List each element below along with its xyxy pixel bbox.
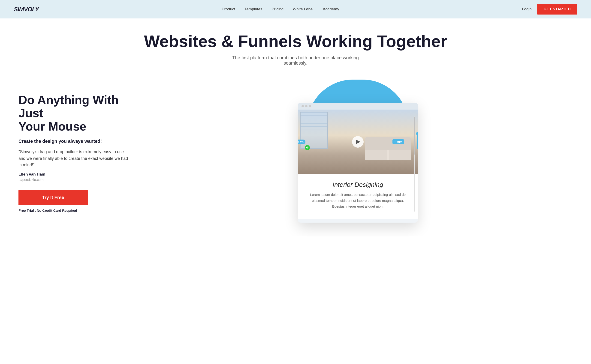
- nav-links: Product Templates Pricing White Label Ac…: [222, 7, 339, 12]
- card-title: Interior Designing: [307, 181, 409, 188]
- mockup-area: ++ 4% ✛ ↕ 48px Interior Designing Lorem …: [143, 84, 572, 223]
- sofa: [365, 137, 411, 160]
- right-dot[interactable]: [416, 132, 418, 135]
- scroll-thumb: [414, 117, 415, 155]
- drag-handle-percent[interactable]: ++ 4%: [298, 140, 305, 144]
- author-site: papersizzle.com: [19, 178, 129, 182]
- sofa-cushion-right: [389, 150, 411, 160]
- card-body: Lorem ipsum dolor sit amet, consectetur …: [307, 192, 409, 209]
- interior-image: ++ 4% ✛ ↕ 48px: [298, 110, 418, 174]
- spacing-badge: ↕ 48px: [392, 139, 404, 144]
- browser-dot-3: [309, 105, 311, 107]
- nav-right: Login GET STARTED: [522, 4, 577, 14]
- feature-heading-line1: Do Anything With Just: [19, 93, 119, 120]
- nav-item-templates[interactable]: Templates: [245, 7, 262, 12]
- nav-link-white-label[interactable]: White Label: [293, 7, 313, 11]
- hero-section: Websites & Funnels Working Together The …: [0, 19, 591, 75]
- free-trial-note: Free Trial . No Credit Card Required: [19, 208, 129, 212]
- nav-link-templates[interactable]: Templates: [245, 7, 262, 11]
- play-button[interactable]: [352, 136, 364, 148]
- nav-item-pricing[interactable]: Pricing: [272, 7, 284, 12]
- nav-item-white-label[interactable]: White Label: [293, 7, 313, 12]
- cursor-icon: ✛: [306, 146, 308, 149]
- hero-headline: Websites & Funnels Working Together: [5, 32, 586, 51]
- brand-logo[interactable]: SIMVOLY: [14, 6, 39, 13]
- get-started-button[interactable]: GET STARTED: [537, 4, 577, 14]
- feature-heading-line2: Your Mouse: [19, 120, 86, 133]
- browser-dot-2: [305, 105, 307, 107]
- browser-dot-1: [301, 105, 304, 107]
- sofa-cushion-left: [365, 150, 387, 160]
- nav-item-academy[interactable]: Academy: [323, 7, 339, 12]
- try-it-free-button[interactable]: Try It Free: [19, 190, 88, 205]
- navbar: SIMVOLY Product Templates Pricing White …: [0, 0, 591, 19]
- nav-link-product[interactable]: Product: [222, 7, 235, 11]
- logo-text-part2: VOLY: [24, 6, 39, 13]
- hero-subheadline: The first platform that combines both un…: [226, 55, 365, 66]
- author-name: Ellen van Ham: [19, 172, 129, 177]
- nav-link-pricing[interactable]: Pricing: [272, 7, 284, 11]
- feature-quote: "Simvoly's drag and drop builder is extr…: [19, 149, 129, 168]
- play-icon: [356, 140, 360, 144]
- logo-text-part1: SIM: [14, 6, 24, 13]
- right-handle[interactable]: [417, 135, 418, 149]
- main-feature-section: Do Anything With Just Your Mouse Create …: [0, 75, 591, 236]
- nav-item-product[interactable]: Product: [222, 7, 235, 12]
- feature-subtitle: Create the design you always wanted!: [19, 139, 129, 144]
- browser-mockup: ++ 4% ✛ ↕ 48px Interior Designing Lorem …: [298, 103, 418, 223]
- browser-bar: [298, 103, 418, 110]
- sofa-back: [365, 137, 411, 150]
- site-preview: ++ 4% ✛ ↕ 48px Interior Designing Lorem …: [298, 110, 418, 219]
- left-content: Do Anything With Just Your Mouse Create …: [19, 84, 129, 212]
- login-link[interactable]: Login: [522, 7, 532, 12]
- nav-link-academy[interactable]: Academy: [323, 7, 339, 11]
- scroll-indicator[interactable]: [414, 117, 415, 212]
- feature-heading: Do Anything With Just Your Mouse: [19, 93, 129, 133]
- card-content: Interior Designing Lorem ipsum dolor sit…: [298, 174, 418, 219]
